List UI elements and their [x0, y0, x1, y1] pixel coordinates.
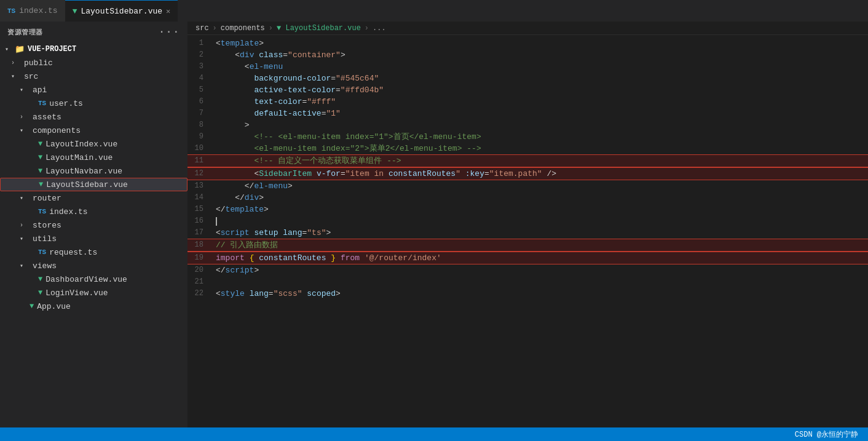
editor: src › components › ▼ LayoutSidebar.vue ›…: [187, 22, 868, 427]
ts-icon: TS: [38, 208, 46, 215]
tree-item-label: index.ts: [49, 207, 87, 217]
breadcrumb-sep2: ›: [269, 24, 273, 33]
tree-item-label: LoginView.vue: [45, 288, 108, 298]
line-content: text-color="#fff": [213, 96, 868, 108]
token: ": [456, 169, 460, 178]
tree-item-LoginView[interactable]: ▼LoginView.vue: [0, 286, 187, 300]
tree-item-LayoutIndex[interactable]: ▼LayoutIndex.vue: [0, 137, 187, 151]
code-line-11: 11 <!-- 自定义一个动态获取菜单组件 -->: [187, 154, 868, 167]
tab-index-ts[interactable]: TS index.ts: [0, 0, 65, 22]
token: >: [336, 289, 341, 298]
token: =: [336, 85, 341, 95]
tree-item-src[interactable]: ▾src: [0, 70, 187, 83]
code-line-15: 15</template>: [187, 204, 868, 215]
vue-icon: ▼: [38, 140, 42, 148]
token: [245, 253, 250, 263]
token: <: [216, 39, 221, 48]
token: [216, 50, 235, 60]
ts-icon: TS: [7, 7, 15, 15]
token: "#545c64": [336, 74, 379, 83]
line-content: <el-menu: [213, 61, 868, 73]
code-line-5: 5 active-text-color="#ffd04b": [187, 84, 868, 96]
token: [216, 85, 254, 95]
tree-item-stores[interactable]: ›stores: [0, 218, 187, 232]
token: "scss": [274, 289, 302, 298]
token: active-text-color: [254, 85, 336, 95]
tree-item-LayoutNavbar[interactable]: ▼LayoutNavbar.vue: [0, 164, 187, 178]
line-content: <style lang="scss" scoped>: [213, 288, 868, 300]
token: "container": [288, 50, 341, 60]
token: constantRoutes: [389, 169, 456, 178]
token: [216, 156, 254, 165]
main-layout: 资源管理器 ··· ▾ 📁 VUE-PROJECT ›public▾src▾ap…: [0, 22, 868, 427]
code-line-19: 19import { constantRoutes } from '@/rout…: [187, 252, 868, 264]
line-content: <script setup lang="ts">: [213, 227, 868, 239]
code-line-9: 9 <!-- <el-menu-item index="1">首页</el-me…: [187, 131, 868, 143]
tree-item-label: src: [24, 72, 38, 81]
token: import: [216, 253, 245, 263]
token: text-color: [254, 97, 302, 106]
line-content: import { constantRoutes } from '@/router…: [213, 252, 868, 264]
token: <: [216, 228, 221, 237]
line-number: 6: [187, 96, 213, 108]
tree-item-request-ts[interactable]: TSrequest.ts: [0, 245, 187, 259]
token: >: [288, 181, 293, 191]
chevron-icon: ›: [20, 222, 30, 229]
tab-layoutsidebar[interactable]: ▼ LayoutSidebar.vue ✕: [65, 0, 178, 22]
token: "item.path": [489, 169, 542, 178]
tree-item-label: assets: [33, 113, 61, 122]
tree-item-label: user.ts: [49, 99, 83, 108]
tree-item-router[interactable]: ▾router: [0, 191, 187, 205]
token: [216, 169, 254, 178]
tree-item-user-ts[interactable]: TSuser.ts: [0, 97, 187, 110]
attribution: CSDN @永恒的宁静: [795, 429, 858, 440]
tree-item-assets[interactable]: ›assets: [0, 110, 187, 124]
tree-item-label: components: [33, 126, 81, 135]
tree-item-App-vue[interactable]: ▼App.vue: [0, 300, 187, 313]
chevron-icon: ›: [11, 60, 21, 66]
tree-item-components[interactable]: ▾components: [0, 124, 187, 137]
token: style: [221, 289, 245, 298]
vue-icon: ▼: [73, 7, 77, 16]
line-content: <!-- <el-menu-item index="1">首页</el-menu…: [213, 131, 868, 143]
sidebar-more-button[interactable]: ···: [159, 26, 180, 38]
sidebar: 资源管理器 ··· ▾ 📁 VUE-PROJECT ›public▾src▾ap…: [0, 22, 187, 427]
token: background-color: [254, 74, 331, 83]
code-line-10: 10 <el-menu-item index="2">菜单2</el-menu-…: [187, 143, 868, 154]
tree-item-LayoutSidebar[interactable]: ▼LayoutSidebar.vue: [0, 178, 187, 191]
token: [216, 74, 254, 83]
token: </: [245, 181, 254, 191]
tree-item-utils[interactable]: ▾utils: [0, 232, 187, 245]
tree-item-index-ts[interactable]: TSindex.ts: [0, 205, 187, 218]
code-area[interactable]: 1<template>2 <div class="container">3 <e…: [187, 35, 868, 427]
tree-item-LayoutMain[interactable]: ▼LayoutMain.vue: [0, 151, 187, 164]
tree-item-views[interactable]: ▾views: [0, 259, 187, 272]
token: [245, 289, 250, 298]
vue-icon: ▼: [38, 275, 42, 284]
token: default-active: [254, 109, 321, 118]
folder-icon: 📁: [15, 44, 25, 54]
tree-item-DashboardView[interactable]: ▼DashboardView.vue: [0, 272, 187, 286]
line-content: default-active="1": [213, 108, 868, 119]
token: div: [245, 193, 259, 202]
close-icon[interactable]: ✕: [166, 7, 170, 16]
ts-icon: TS: [38, 100, 46, 107]
breadcrumb-sep3: ›: [365, 24, 369, 33]
vue-icon: ▼: [38, 288, 42, 297]
token: // 引入路由数据: [216, 240, 278, 250]
line-number: 17: [187, 227, 213, 239]
vue-icon: ▼: [38, 167, 42, 175]
token: v-for: [317, 169, 341, 178]
chevron-icon: ›: [20, 114, 30, 121]
tree-item-label: App.vue: [37, 302, 71, 311]
project-root[interactable]: ▾ 📁 VUE-PROJECT: [0, 42, 187, 56]
token: lang: [283, 228, 302, 237]
token: [216, 109, 254, 118]
breadcrumb: src › components › ▼ LayoutSidebar.vue ›…: [187, 22, 868, 35]
file-tree: ›public▾src▾apiTSuser.ts›assets▾componen…: [0, 56, 187, 313]
tree-item-api[interactable]: ▾api: [0, 83, 187, 97]
token: [216, 193, 235, 202]
line-content: </script>: [213, 264, 868, 276]
sidebar-header: 资源管理器 ···: [0, 22, 187, 42]
tree-item-public[interactable]: ›public: [0, 56, 187, 70]
